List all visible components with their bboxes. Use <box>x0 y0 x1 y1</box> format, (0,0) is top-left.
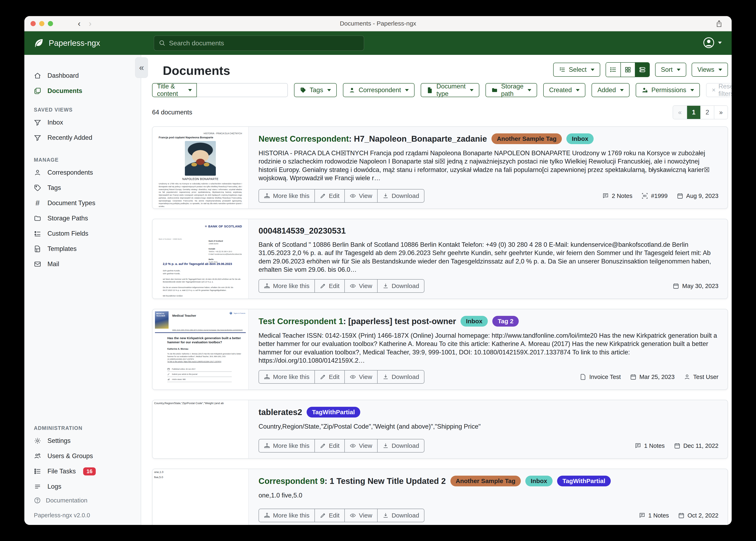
sidebar-item-correspondents[interactable]: Correspondents <box>24 165 141 180</box>
tags-filter-button[interactable]: Tags <box>294 83 337 97</box>
more-like-this-button[interactable]: More like this <box>259 509 314 522</box>
similar-icon <box>264 512 270 519</box>
correspondent-link[interactable]: Newest Correspondent <box>259 134 349 143</box>
edit-button[interactable]: Edit <box>314 439 345 452</box>
sidebar-item-users-groups[interactable]: Users & Groups <box>24 448 141 464</box>
view-button[interactable]: View <box>344 439 377 452</box>
sidebar-item-settings[interactable]: Settings <box>24 433 141 448</box>
tag-pill[interactable]: Tag 2 <box>492 316 519 326</box>
edit-button[interactable]: Edit <box>314 279 345 292</box>
browser-back-button[interactable]: ‹ <box>78 19 80 28</box>
notes-meta[interactable]: 1 Notes <box>639 512 669 519</box>
sidebar-item-custom-fields[interactable]: Custom Fields <box>24 226 141 241</box>
download-button[interactable]: Download <box>377 279 424 292</box>
sidebar-item-storage-paths[interactable]: Storage Paths <box>24 211 141 226</box>
pagination-next-button[interactable]: » <box>714 106 728 119</box>
download-button[interactable]: Download <box>377 439 424 452</box>
tag-pill[interactable]: Inbox <box>566 133 594 144</box>
more-like-this-button[interactable]: More like this <box>259 190 314 202</box>
document-title[interactable]: tablerates2 <box>259 407 302 417</box>
edit-button[interactable]: Edit <box>314 509 345 522</box>
correspondent-filter-button[interactable]: Correspondent <box>343 83 415 97</box>
views-dropdown-button[interactable]: Views <box>692 63 728 77</box>
card-action-group: More like this Edit View Download <box>259 509 424 522</box>
document-type-filter-button[interactable]: Document type <box>421 83 479 97</box>
document-thumbnail[interactable]: ✳ BANK OF SCOTLAND Bank of Scotland · 10… <box>152 219 249 298</box>
sort-dropdown-button[interactable]: Sort <box>655 63 686 77</box>
zoom-window-button[interactable] <box>48 21 53 26</box>
view-button[interactable]: View <box>344 190 377 202</box>
user-menu[interactable] <box>703 37 722 49</box>
chevron-down-icon <box>470 89 474 91</box>
view-mode-table-button[interactable] <box>606 63 620 77</box>
download-button[interactable]: Download <box>377 190 424 202</box>
correspondent-link[interactable]: Correspondent 9 <box>259 476 325 486</box>
notes-count: 1 Notes <box>648 512 669 519</box>
sidebar-item-recently-added[interactable]: Recently Added <box>24 130 141 145</box>
document-thumbnail[interactable]: Country,Region/State,"Zip/Postal Code","… <box>152 400 249 458</box>
sidebar: Dashboard Documents SAVED VIEWS Inbox <box>24 55 141 525</box>
browser-forward-button[interactable]: › <box>89 19 91 28</box>
more-like-this-button[interactable]: More like this <box>259 370 314 383</box>
document-title[interactable]: Newest Correspondent: H7_Napoleon_Bonapa… <box>259 134 487 144</box>
title-text: : [paperless] test post-owner <box>343 317 456 326</box>
document-title[interactable]: Correspondent 9: 1 Testing New Title Upd… <box>259 476 446 486</box>
notes-meta[interactable]: 1 Notes <box>635 442 665 449</box>
download-button[interactable]: Download <box>377 370 424 383</box>
pagination-page-1[interactable]: 1 <box>687 106 700 119</box>
close-window-button[interactable] <box>31 21 36 26</box>
title-content-input[interactable] <box>197 83 288 97</box>
edit-button[interactable]: Edit <box>314 370 345 383</box>
permissions-filter-button[interactable]: Permissions <box>636 83 700 97</box>
view-button[interactable]: View <box>344 279 377 292</box>
date-meta: Mar 25, 2023 <box>630 373 675 380</box>
tag-pill[interactable]: Another Sample Tag <box>450 476 521 486</box>
similar-icon <box>264 443 270 449</box>
added-filter-button[interactable]: Added <box>592 83 630 97</box>
correspondent-link[interactable]: Test Correspondent 1 <box>259 317 343 326</box>
view-button[interactable]: View <box>344 370 377 383</box>
tag-pill[interactable]: Inbox <box>461 316 488 326</box>
sidebar-item-document-types[interactable]: # Document Types <box>24 196 141 211</box>
sort-label: Sort <box>661 66 673 73</box>
document-title[interactable]: 0004814539_20230531 <box>259 226 346 236</box>
download-button[interactable]: Download <box>377 509 424 522</box>
search-input[interactable] <box>169 39 359 47</box>
sidebar-item-dashboard[interactable]: Dashboard <box>24 68 141 83</box>
brand[interactable]: Paperless-ngx <box>33 38 100 48</box>
search-field-dropdown-button[interactable]: Title & content <box>152 83 197 97</box>
more-like-this-button[interactable]: More like this <box>259 279 314 292</box>
sidebar-item-mail[interactable]: Mail <box>24 257 141 272</box>
tag-pill[interactable]: TagWithPartial <box>557 476 611 486</box>
sidebar-item-templates[interactable]: Templates <box>24 241 141 257</box>
edit-button[interactable]: Edit <box>314 190 345 202</box>
more-like-this-button[interactable]: More like this <box>259 439 314 452</box>
document-thumbnail[interactable]: one,1.0 five,5.0 <box>152 469 249 525</box>
action-label: View <box>359 192 372 199</box>
storage-path-filter-button[interactable]: Storage path <box>485 83 537 97</box>
sidebar-item-tags[interactable]: Tags <box>24 180 141 196</box>
documentation-link[interactable]: Documentation <box>24 494 141 507</box>
tag-pill[interactable]: Inbox <box>525 476 553 486</box>
pagination-prev-button[interactable]: « <box>673 106 687 119</box>
document-title[interactable]: Test Correspondent 1: [paperless] test p… <box>259 316 456 326</box>
pagination-page-2[interactable]: 2 <box>700 106 714 119</box>
tag-pill[interactable]: Another Sample Tag <box>491 133 562 144</box>
created-filter-button[interactable]: Created <box>543 83 585 97</box>
reset-filters-button[interactable]: × Reset filters <box>706 83 732 97</box>
tag-pill[interactable]: TagWithPartial <box>307 407 360 417</box>
select-dropdown-button[interactable]: Select <box>553 63 600 77</box>
view-mode-detail-button[interactable] <box>635 63 649 77</box>
view-button[interactable]: View <box>344 509 377 522</box>
notes-meta[interactable]: 2 Notes <box>602 193 632 199</box>
sidebar-collapse-button[interactable]: « <box>135 57 148 78</box>
minimize-window-button[interactable] <box>39 21 44 26</box>
document-thumbnail[interactable]: HISTORIA - PRACA DLA CHĘTNYCH Francja po… <box>152 127 249 209</box>
view-mode-grid-button[interactable] <box>620 63 635 77</box>
share-icon[interactable] <box>715 20 723 28</box>
sidebar-item-file-tasks[interactable]: File Tasks 16 <box>24 464 141 479</box>
sidebar-item-inbox[interactable]: Inbox <box>24 115 141 130</box>
sidebar-item-logs[interactable]: Logs <box>24 479 141 494</box>
sidebar-item-documents[interactable]: Documents <box>24 83 141 99</box>
document-thumbnail[interactable]: MEDICAL TEACHER Medical Teacher Taylor &… <box>152 309 249 389</box>
